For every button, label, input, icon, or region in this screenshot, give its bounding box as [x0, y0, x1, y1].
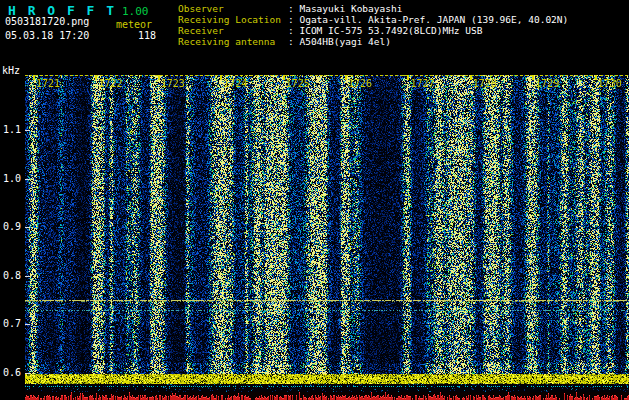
info-value: : Ogata-vill. Akita-Pref. JAPAN (139.96E…	[288, 14, 568, 25]
info-row-location: Receiving Location: Ogata-vill. Akita-Pr…	[178, 14, 568, 25]
time-tick-label: 1727	[410, 78, 434, 89]
time-tick-label: 1725	[286, 78, 310, 89]
freq-tick-label: 0.8	[3, 270, 21, 281]
time-tick-label: 1726	[348, 78, 372, 89]
echo-count: 118	[138, 30, 156, 41]
info-label: Observer	[178, 3, 288, 14]
hrofft-output-window: H R O F F T 1.00 0503181720.png meteor 0…	[0, 0, 629, 400]
info-value: : A504HB(yagi 4el)	[288, 36, 391, 47]
time-tick-label: 1721	[36, 78, 60, 89]
info-label: Receiver	[178, 25, 288, 36]
freq-tick-label: 1.1	[3, 124, 21, 135]
info-value: : ICOM IC-575 53.7492(8LCD)MHz USB	[288, 25, 482, 36]
app-version: 1.00	[122, 5, 149, 18]
freq-tick-label: 0.7	[3, 318, 21, 329]
info-row-observer: Observer: Masayuki Kobayashi	[178, 3, 568, 14]
station-info-block: Observer: Masayuki Kobayashi Receiving L…	[178, 3, 568, 47]
datetime-label: 05.03.18 17:20	[5, 30, 89, 41]
info-label: Receiving antenna	[178, 36, 288, 47]
time-tick-label: 1724	[223, 78, 247, 89]
output-filename: 0503181720.png	[5, 16, 89, 27]
freq-tick-label: 1.0	[3, 173, 21, 184]
spectrogram-canvas	[25, 75, 629, 400]
mode-label: meteor	[116, 19, 152, 30]
time-tick-label: 1729	[535, 78, 559, 89]
info-value: : Masayuki Kobayashi	[288, 3, 402, 14]
freq-tick-label: 0.6	[3, 367, 21, 378]
time-tick-label: 1722	[98, 78, 122, 89]
time-tick-label: 1728	[473, 78, 497, 89]
info-row-antenna: Receiving antenna: A504HB(yagi 4el)	[178, 36, 568, 47]
info-row-receiver: Receiver: ICOM IC-575 53.7492(8LCD)MHz U…	[178, 25, 568, 36]
time-tick-label: 1730	[598, 78, 622, 89]
info-label: Receiving Location	[178, 14, 288, 25]
freq-axis-unit: kHz	[2, 65, 20, 76]
freq-tick-label: 0.9	[3, 221, 21, 232]
time-tick-label: 1723	[161, 78, 185, 89]
